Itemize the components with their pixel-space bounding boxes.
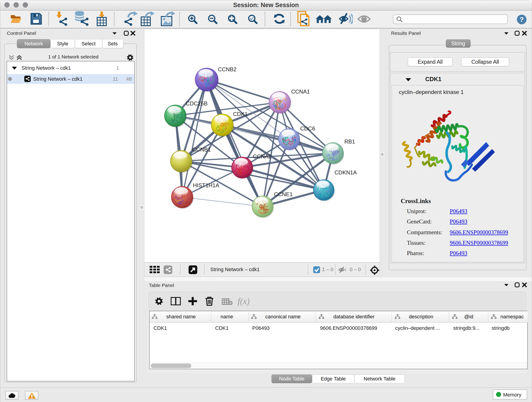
- svg-text:CDC6: CDC6: [300, 125, 315, 132]
- svg-text:CCNB1: CCNB1: [192, 147, 211, 153]
- svg-text:CCNA1: CCNA1: [291, 89, 310, 95]
- svg-text:CCNB2: CCNB2: [218, 66, 236, 72]
- svg-text:CDK1: CDK1: [233, 111, 248, 117]
- svg-text:CCNE1: CCNE1: [274, 191, 293, 197]
- svg-text:CCNA2: CCNA2: [253, 153, 272, 160]
- svg-text:RB1: RB1: [344, 138, 355, 145]
- svg-text:CDKN1A: CDKN1A: [335, 169, 357, 176]
- svg-text:CDC25B: CDC25B: [186, 100, 208, 107]
- svg-text:HIST1H1A: HIST1H1A: [193, 182, 219, 188]
